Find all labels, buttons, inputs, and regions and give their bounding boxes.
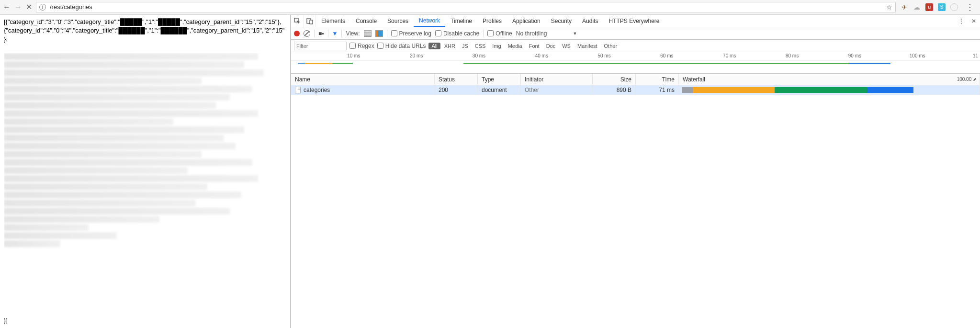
network-toolbar: ■▪ ▼ View: Preserve log Disable cache Of… <box>291 27 980 40</box>
ublock-icon[interactable]: u <box>925 3 933 11</box>
document-icon <box>295 87 301 93</box>
extension-icon[interactable] <box>950 3 958 11</box>
devtools-panel: ElementsConsoleSourcesNetworkTimelinePro… <box>291 15 980 328</box>
filter-type-doc[interactable]: Doc <box>543 43 559 49</box>
devtools-tab-security[interactable]: Security <box>546 15 577 27</box>
disable-cache-checkbox[interactable]: Disable cache <box>435 30 479 37</box>
offline-checkbox[interactable]: Offline <box>487 30 512 37</box>
preserve-log-checkbox[interactable]: Preserve log <box>391 30 431 37</box>
hide-data-urls-checkbox[interactable]: Hide data URLs <box>377 43 426 49</box>
filter-type-all[interactable]: All <box>428 43 440 49</box>
timeline-tick: 50 ms <box>597 53 610 58</box>
device-toolbar-icon[interactable] <box>304 15 316 27</box>
request-row[interactable]: categories 200 document Other 890 B 71 m… <box>291 85 980 95</box>
timeline-tick: 10 ms <box>347 53 360 58</box>
col-time[interactable]: Time <box>636 74 679 85</box>
filter-type-media[interactable]: Media <box>505 43 525 49</box>
devtools-close-icon[interactable]: ✕ <box>968 18 980 24</box>
timeline-overview[interactable]: 10 ms20 ms30 ms40 ms50 ms60 ms70 ms80 ms… <box>291 52 980 74</box>
browser-navigation-bar: ← → ✕ i /rest/categories ☆ ✈ ☁ u S ⋮ <box>0 0 980 14</box>
extension-icon[interactable]: ✈ <box>901 3 908 11</box>
view-label: View: <box>346 30 360 37</box>
filter-type-font[interactable]: Font <box>526 43 542 49</box>
screenshot-icon[interactable]: ■▪ <box>318 30 324 37</box>
extension-icons: ✈ ☁ u S <box>896 3 963 11</box>
devtools-more-icon[interactable]: ⋮ <box>955 18 968 24</box>
back-button[interactable]: ← <box>3 3 11 11</box>
col-type[interactable]: Type <box>478 74 521 85</box>
devtools-tab-timeline[interactable]: Timeline <box>445 15 477 27</box>
devtools-tab-https-everywhere[interactable]: HTTPS Everywhere <box>603 15 665 27</box>
devtools-tab-profiles[interactable]: Profiles <box>477 15 507 27</box>
filter-type-manifest[interactable]: Manifest <box>574 43 600 49</box>
network-table-body: categories 200 document Other 890 B 71 m… <box>291 85 980 328</box>
throttling-select[interactable]: No throttling ▼ <box>516 30 577 37</box>
json-line: }, <box>4 35 286 44</box>
timeline-tick: 70 ms <box>723 53 736 58</box>
url-text: /rest/categories <box>50 3 92 11</box>
col-size[interactable]: Size <box>593 74 636 85</box>
svg-rect-2 <box>310 20 313 24</box>
large-rows-view-button[interactable] <box>364 30 372 37</box>
address-bar[interactable]: i /rest/categories ☆ <box>36 2 896 12</box>
filter-type-other[interactable]: Other <box>601 43 620 49</box>
waterfall-view-button[interactable] <box>375 30 383 37</box>
network-table-header: Name Status Type Initiator Size Time Wat… <box>291 74 980 85</box>
timeline-tick: 20 ms <box>410 53 423 58</box>
clear-button[interactable] <box>304 30 310 37</box>
devtools-tab-console[interactable]: Console <box>350 15 382 27</box>
json-tail: }] <box>4 317 8 325</box>
record-button[interactable] <box>294 31 300 36</box>
timeline-right-edge: 11 <box>973 53 978 58</box>
site-info-icon[interactable]: i <box>39 4 46 11</box>
extension-icon[interactable]: S <box>938 3 946 11</box>
col-name[interactable]: Name <box>291 74 435 85</box>
devtools-tab-elements[interactable]: Elements <box>316 15 350 27</box>
filter-type-xhr[interactable]: XHR <box>441 43 458 49</box>
col-status[interactable]: Status <box>435 74 478 85</box>
devtools-tab-bar: ElementsConsoleSourcesNetworkTimelinePro… <box>291 15 980 27</box>
network-filter-bar: Regex Hide data URLs AllXHRJSCSSImgMedia… <box>291 40 980 52</box>
stop-reload-button[interactable]: ✕ <box>26 2 32 11</box>
filter-type-css[interactable]: CSS <box>472 43 489 49</box>
main-content-area: [{"category_id":"3","0":"3","category_ti… <box>0 14 980 328</box>
inspect-element-icon[interactable] <box>291 15 304 27</box>
forward-button[interactable]: → <box>14 3 22 11</box>
timeline-tick: 90 ms <box>848 53 861 58</box>
timeline-tick: 30 ms <box>473 53 485 58</box>
devtools-tab-sources[interactable]: Sources <box>382 15 414 27</box>
bookmark-star-icon[interactable]: ☆ <box>886 3 892 11</box>
filter-toggle-icon[interactable]: ▼ <box>332 30 338 37</box>
col-initiator[interactable]: Initiator <box>521 74 593 85</box>
browser-menu-button[interactable]: ⋮ <box>963 2 977 12</box>
json-line: {"category_id":"4","0":"4","category_tit… <box>4 26 286 35</box>
regex-checkbox[interactable]: Regex <box>349 43 374 49</box>
timeline-tick: 60 ms <box>660 53 673 58</box>
json-line: [{"category_id":"3","0":"3","category_ti… <box>4 18 286 26</box>
filter-type-ws[interactable]: WS <box>559 43 574 49</box>
page-content: [{"category_id":"3","0":"3","category_ti… <box>0 15 291 328</box>
timeline-tick: 80 ms <box>786 53 799 58</box>
network-requests-table: Name Status Type Initiator Size Time Wat… <box>291 74 980 328</box>
filter-input[interactable] <box>294 42 347 50</box>
devtools-tab-network[interactable]: Network <box>414 15 445 27</box>
devtools-tab-application[interactable]: Application <box>507 15 546 27</box>
timeline-tick: 40 ms <box>535 53 548 58</box>
filter-type-js[interactable]: JS <box>459 43 471 49</box>
blurred-content <box>4 53 286 328</box>
timeline-tick: 100 ms <box>910 53 925 58</box>
filter-type-img[interactable]: Img <box>489 43 504 49</box>
nav-arrow-group: ← → ✕ <box>3 2 36 11</box>
col-waterfall[interactable]: Waterfall 100.00 ⬈ <box>679 74 980 85</box>
devtools-tab-audits[interactable]: Audits <box>577 15 603 27</box>
extension-icon[interactable]: ☁ <box>913 3 921 11</box>
